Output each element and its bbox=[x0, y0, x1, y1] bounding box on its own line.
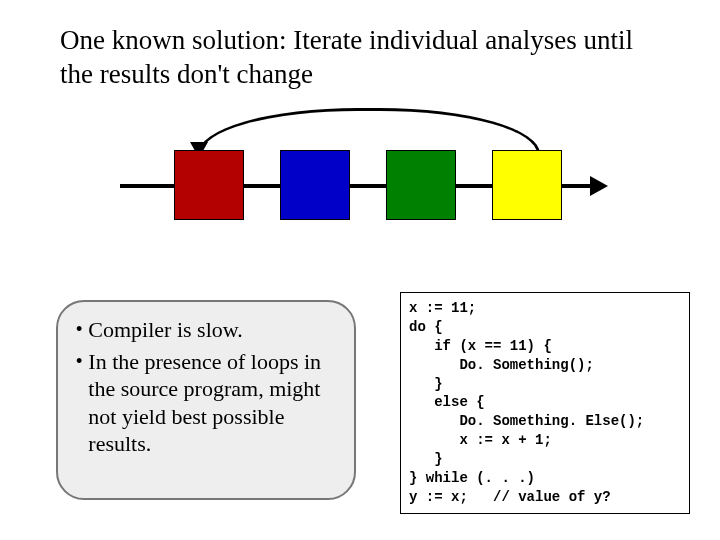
bullet-text: Compiler is slow. bbox=[88, 316, 242, 344]
bullet-text: In the presence of loops in the source p… bbox=[88, 348, 336, 458]
code-line: x := 11; bbox=[409, 300, 476, 316]
stage-box-2 bbox=[280, 150, 350, 220]
code-line: Do. Something(); bbox=[409, 357, 594, 373]
code-line: do { bbox=[409, 319, 443, 335]
slide-title: One known solution: Iterate individual a… bbox=[60, 24, 660, 92]
bullet-icon: • bbox=[76, 316, 82, 344]
code-line: if (x == 11) { bbox=[409, 338, 552, 354]
code-line: } while (. . .) bbox=[409, 470, 535, 486]
code-line: } bbox=[409, 376, 443, 392]
bullet-icon: • bbox=[76, 348, 82, 458]
code-line: Do. Something. Else(); bbox=[409, 413, 644, 429]
bullet-callout: • Compiler is slow. • In the presence of… bbox=[56, 300, 356, 500]
stage-box-3 bbox=[386, 150, 456, 220]
bullet-item: • Compiler is slow. bbox=[76, 316, 336, 344]
pipeline-diagram bbox=[80, 118, 640, 258]
pipeline-arrowhead-icon bbox=[590, 176, 608, 196]
stage-box-1 bbox=[174, 150, 244, 220]
bullet-item: • In the presence of loops in the source… bbox=[76, 348, 336, 458]
stage-box-4 bbox=[492, 150, 562, 220]
code-line: x := x + 1; bbox=[409, 432, 552, 448]
code-line: y := x; // value of y? bbox=[409, 489, 611, 505]
code-block: x := 11; do { if (x == 11) { Do. Somethi… bbox=[400, 292, 690, 514]
code-line: } bbox=[409, 451, 443, 467]
feedback-loop-arc bbox=[198, 108, 540, 154]
code-line: else { bbox=[409, 394, 485, 410]
